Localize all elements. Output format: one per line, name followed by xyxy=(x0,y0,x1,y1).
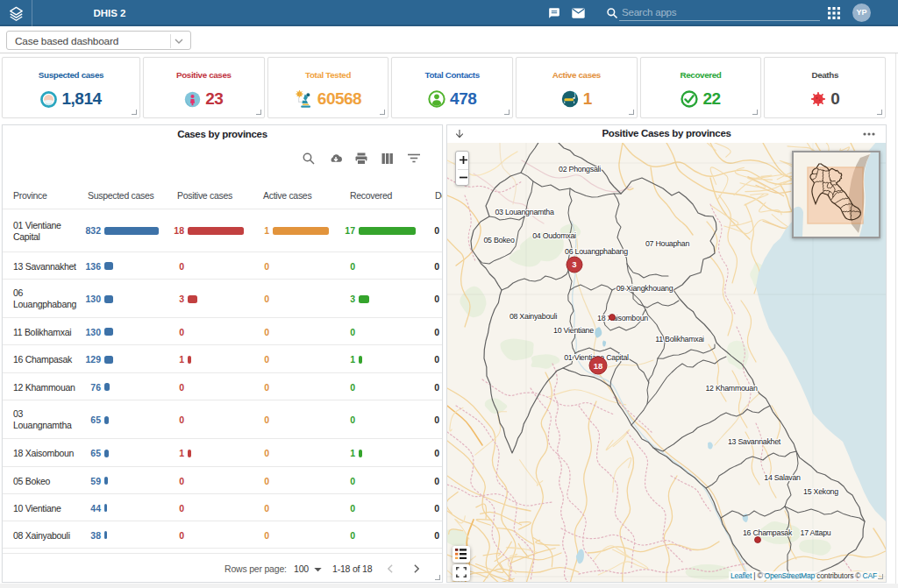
svg-text:12 Khammouan: 12 Khammouan xyxy=(705,384,757,393)
svg-text:18: 18 xyxy=(594,361,603,371)
svg-text:3: 3 xyxy=(572,259,576,269)
svg-text:04 Oudomxai: 04 Oudomxai xyxy=(532,231,576,240)
svg-text:11 Bolikhamxai: 11 Bolikhamxai xyxy=(655,335,704,344)
svg-text:10 Vientiane: 10 Vientiane xyxy=(553,326,594,335)
svg-text:05 Bokeo: 05 Bokeo xyxy=(483,236,515,244)
svg-text:16 Champasak: 16 Champasak xyxy=(743,528,793,537)
svg-text:03 Louangnamtha: 03 Louangnamtha xyxy=(495,208,554,216)
svg-text:06 Louangphabang: 06 Louangphabang xyxy=(565,247,628,256)
svg-text:07 Houaphan: 07 Houaphan xyxy=(645,239,689,248)
svg-text:17 Attapu: 17 Attapu xyxy=(801,528,831,537)
svg-text:13 Savannakhet: 13 Savannakhet xyxy=(728,437,781,446)
svg-text:08 Xainyabouli: 08 Xainyabouli xyxy=(510,312,558,321)
svg-text:02 Phongsali: 02 Phongsali xyxy=(559,165,601,174)
svg-text:18 Xaisomboun: 18 Xaisomboun xyxy=(597,314,648,322)
svg-text:15 Xekong: 15 Xekong xyxy=(803,487,838,496)
svg-text:09 Xiangkhouang: 09 Xiangkhouang xyxy=(616,284,674,293)
svg-text:14 Salavan: 14 Salavan xyxy=(764,473,801,482)
